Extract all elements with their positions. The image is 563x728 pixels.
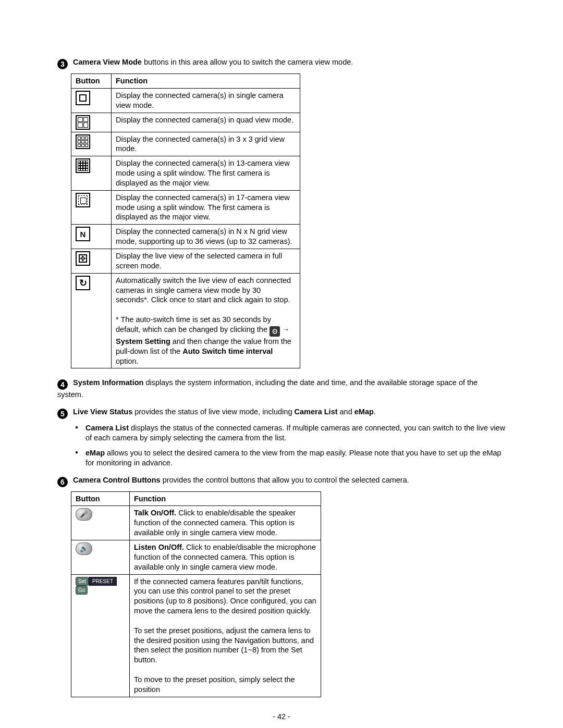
table-row: Display the connected camera(s) in 13-ca… [71,156,300,191]
nxn-view-desc: Display the connected camera(s) in N x N… [112,225,300,249]
table-row: 🎤 Talk On/Off. Click to enable/disable t… [71,506,321,540]
single-view-desc: Display the connected camera(s) in singl… [112,88,300,113]
talk-title: Talk On/Off. [134,509,176,517]
section-4: 4 System Information displays the system… [57,378,506,400]
section-4-title: System Information [73,378,143,387]
camlist-text: displays the status of the connected cam… [85,424,505,442]
badge-3: 3 [57,59,68,69]
header-function: Function [112,74,300,89]
list-item: Camera List displays the status of the c… [85,423,506,443]
cam13-view-desc: Display the connected camera(s) in 13-ca… [112,156,300,191]
section-5-title: Live View Status [73,408,132,416]
listen-icon: 🔊 [76,542,92,555]
page-content: 3 Camera View Mode buttons in this area … [0,0,563,728]
sec5-lead-a: provides the status of live view mode, i… [132,408,294,416]
header-function: Function [130,491,321,506]
table-header-row: Button Function [71,74,300,89]
quad-view-icon [76,115,90,130]
emap-text: allows you to select the desired camera … [85,449,501,467]
badge-5: 5 [57,409,68,419]
cam17-view-desc: Display the connected camera(s) in 17-ca… [112,190,300,225]
preset-set-label: Set [76,577,89,586]
sec5-lead-e: . [374,408,376,416]
table-row: Display the connected camera(s) in N x N… [71,225,300,249]
fullscreen-view-desc: Display the live view of the selected ca… [112,249,300,273]
sec5-lead-d: eMap [354,408,374,416]
autoswitch-icon [76,276,90,290]
preset-p3: To move to the preset position, simply s… [134,675,295,694]
badge-4: 4 [57,379,68,390]
single-view-icon [76,91,90,105]
autoswitch-p2f: option. [116,357,139,365]
autoswitch-desc: Automatically switch the live view of ea… [112,273,300,368]
table-row: Automatically switch the live view of ea… [71,273,300,368]
autoswitch-p2a: * The auto-switch time is set as 30 seco… [116,315,271,334]
nxn-view-icon [76,227,90,241]
camlist-title: Camera List [85,424,129,432]
section-5-list: Camera List displays the status of the c… [57,423,506,467]
section-6-title: Camera Control Buttons [73,476,161,484]
badge-6: 6 [57,477,68,487]
talk-desc: Talk On/Off. Click to enable/disable the… [130,506,321,540]
sec5-lead-b: Camera List [295,408,338,416]
listen-title: Listen On/Off. [134,543,184,551]
cam13-view-icon [76,158,90,173]
grid3-view-icon [76,134,90,149]
section-3-lead: 3 Camera View Mode buttons in this area … [57,57,506,69]
emap-title: eMap [85,449,105,457]
cam17-view-icon [76,193,90,207]
preset-mid-label: PRESET [89,577,117,586]
header-button: Button [71,491,130,506]
section-3-title: Camera View Mode [73,58,142,66]
page-number: - 42 - [57,712,506,722]
sec5-lead-c: and [338,408,354,416]
preset-go-label: Go [76,586,88,595]
preset-p2: To set the preset positions, adjust the … [134,626,314,664]
list-item: eMap allows you to select the desired ca… [85,448,506,468]
preset-widget-icon: SetPRESETGo [76,577,125,595]
table-row: Display the connected camera(s) in 17-ca… [71,190,300,225]
preset-desc: If the connected camera features pan/til… [130,574,321,697]
table-row: Display the connected camera(s) in 3 x 3… [71,132,300,156]
table-row: Display the connected camera(s) in quad … [71,113,300,132]
fullscreen-view-icon [76,251,90,266]
section-6-lead: 6 Camera Control Buttons provides the co… [57,475,506,487]
listen-desc: Listen On/Off. Click to enable/disable t… [130,540,321,575]
grid3-view-desc: Display the connected camera(s) in 3 x 3… [112,132,300,156]
control-buttons-table: Button Function 🎤 Talk On/Off. Click to … [71,491,321,697]
section-6-lead-text: provides the control buttons that allow … [161,476,409,484]
table-row: Display the live view of the selected ca… [71,249,300,273]
section-3-lead-text: buttons in this area allow you to switch… [142,58,353,66]
header-button: Button [71,74,112,89]
autoswitch-p1: Automatically switch the live view of ea… [116,276,291,304]
table-row: SetPRESETGo If the connected camera feat… [71,574,321,697]
section-5-lead: 5 Live View Status provides the status o… [57,407,506,419]
autoswitch-arrow: → [280,325,290,334]
autoswitch-interval: Auto Switch time interval [182,347,273,355]
quad-view-desc: Display the connected camera(s) in quad … [112,113,300,132]
table-header-row: Button Function [71,491,321,506]
table-row: 🔊 Listen On/Off. Click to enable/disable… [71,540,321,575]
preset-p1: If the connected camera features pan/til… [134,577,316,615]
table-row: Display the connected camera(s) in singl… [71,88,300,113]
autoswitch-sys-setting: System Setting [116,337,170,346]
talk-icon: 🎤 [76,508,92,521]
gear-icon: ⚙ [270,326,280,337]
view-mode-table: Button Function Display the connected ca… [71,73,300,368]
